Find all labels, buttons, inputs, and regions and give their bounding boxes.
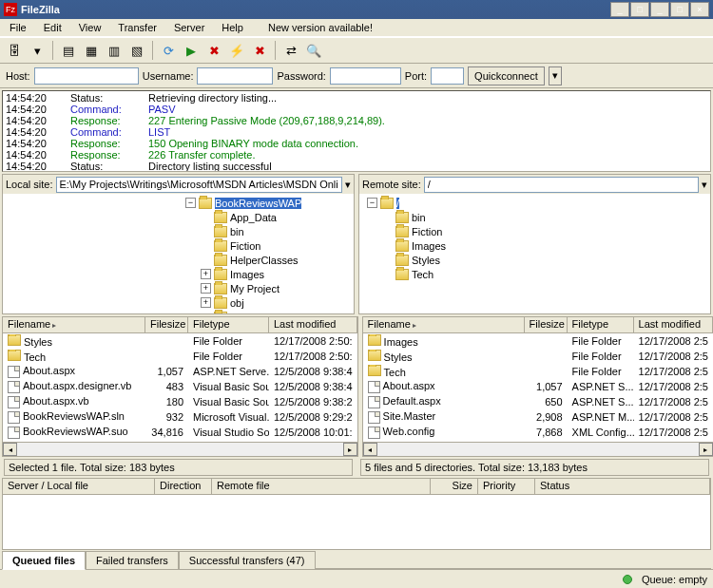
- menu-bar: File Edit View Transfer Server Help New …: [0, 19, 713, 37]
- col-filetype[interactable]: Filetype: [188, 317, 269, 332]
- tab-successful[interactable]: Successful transfers (47): [179, 551, 316, 570]
- refresh-icon[interactable]: ⟳: [158, 40, 179, 61]
- reconnect-icon[interactable]: ✖: [249, 40, 270, 61]
- password-input[interactable]: [330, 67, 401, 85]
- col-lastmod[interactable]: Last modified: [269, 317, 357, 332]
- folder-icon: [199, 198, 212, 209]
- filter-icon[interactable]: ⇄: [280, 40, 301, 61]
- maximize-button[interactable]: □: [670, 2, 689, 17]
- file-row[interactable]: About.aspx.designer.vb483Visual Basic So…: [3, 379, 357, 394]
- file-row[interactable]: Default.aspx650ASP.NET S...12/17/2008 2:…: [363, 394, 713, 409]
- toggle-log-icon[interactable]: ▤: [58, 40, 79, 61]
- tree-node[interactable]: Fiction: [5, 238, 352, 253]
- tree-node[interactable]: +Images: [5, 267, 352, 281]
- col-filetype[interactable]: Filetype: [568, 317, 634, 332]
- qcol-priority[interactable]: Priority: [478, 479, 535, 494]
- file-row[interactable]: TechFile Folder12/17/2008 2:50:: [3, 349, 357, 364]
- tree-node[interactable]: Styles: [5, 310, 352, 313]
- file-row[interactable]: StylesFile Folder12/17/2008 2:5: [363, 349, 713, 364]
- menu-file[interactable]: File: [4, 20, 32, 35]
- toggle-tree-icon[interactable]: ▦: [81, 40, 102, 61]
- toggle-transfer-icon[interactable]: ▧: [126, 40, 147, 61]
- file-row[interactable]: About.aspx.vb180Visual Basic Sou...12/5/…: [3, 394, 357, 409]
- local-file-list[interactable]: Filename Filesize Filetype Last modified…: [2, 316, 358, 457]
- qcol-direction[interactable]: Direction: [155, 479, 212, 494]
- process-icon[interactable]: ▶: [181, 40, 202, 61]
- local-hscroll[interactable]: ◂▸: [3, 442, 357, 456]
- tree-node[interactable]: App_Data: [5, 210, 352, 224]
- remote-file-header[interactable]: Filename Filesize Filetype Last modified: [363, 317, 713, 333]
- sitemanager-icon[interactable]: 🗄: [4, 40, 25, 61]
- file-row[interactable]: ImagesFile Folder12/17/2008 2:5: [363, 333, 713, 349]
- host-input[interactable]: [34, 67, 139, 85]
- col-filesize[interactable]: Filesize: [525, 317, 568, 332]
- tree-node[interactable]: +My Project: [5, 281, 352, 295]
- remote-path-dropdown[interactable]: ▾: [702, 179, 707, 191]
- file-icon: [8, 396, 20, 408]
- file-icon: [368, 381, 380, 393]
- file-row[interactable]: BookReviewsWAP.suo34,816Visual Studio So…: [3, 425, 357, 440]
- local-path-dropdown[interactable]: ▾: [345, 179, 351, 191]
- remote-path-input[interactable]: [424, 177, 699, 193]
- local-file-header[interactable]: Filename Filesize Filetype Last modified: [3, 317, 357, 333]
- log-row: 14:54:20Command:LIST: [6, 126, 707, 138]
- tree-node[interactable]: Styles: [361, 253, 708, 267]
- qcol-size[interactable]: Size: [431, 479, 478, 494]
- file-row[interactable]: Site.Master2,908ASP.NET M...12/17/2008 2…: [363, 409, 713, 425]
- file-icon: [8, 411, 20, 424]
- quickconnect-dropdown[interactable]: ▾: [549, 66, 562, 85]
- tree-node[interactable]: −BookReviewsWAP: [5, 196, 352, 210]
- file-row[interactable]: Web.config7,868XML Config...12/17/2008 2…: [363, 425, 713, 440]
- compare-icon[interactable]: 🔍: [303, 40, 324, 61]
- menu-server[interactable]: Server: [168, 20, 210, 35]
- remote-status: 5 files and 5 directories. Total size: 1…: [360, 459, 709, 476]
- restore-button[interactable]: □: [630, 2, 649, 17]
- file-row[interactable]: BookReviewsWAP.sln932Microsoft Visual...…: [3, 409, 357, 425]
- menu-edit[interactable]: Edit: [38, 20, 67, 35]
- port-input[interactable]: [431, 67, 464, 85]
- qcol-remote[interactable]: Remote file: [212, 479, 431, 494]
- dropdown-icon[interactable]: ▾: [27, 40, 48, 61]
- username-input[interactable]: [197, 67, 273, 85]
- file-row[interactable]: StylesFile Folder12/17/2008 2:50:: [3, 333, 357, 349]
- col-filesize[interactable]: Filesize: [145, 317, 188, 332]
- file-row[interactable]: About.aspx1,057ASP.NET S...12/17/2008 2:…: [363, 379, 713, 394]
- menu-view[interactable]: View: [73, 20, 107, 35]
- file-row[interactable]: TechFile Folder12/17/2008 2:5: [363, 364, 713, 379]
- qcol-status[interactable]: Status: [535, 479, 710, 494]
- message-log[interactable]: 14:54:20Status:Retrieving directory list…: [2, 90, 711, 172]
- tree-node[interactable]: bin: [5, 224, 352, 238]
- queue-header[interactable]: Server / Local file Direction Remote fil…: [2, 478, 711, 495]
- minimize2-button[interactable]: _: [650, 2, 669, 17]
- menu-help[interactable]: Help: [216, 20, 249, 35]
- remote-file-list[interactable]: Filename Filesize Filetype Last modified…: [362, 316, 713, 457]
- disconnect-icon[interactable]: ⚡: [226, 40, 247, 61]
- remote-tree[interactable]: −/binFictionImagesStylesTech: [359, 194, 710, 313]
- local-path-input[interactable]: [56, 177, 342, 193]
- local-tree[interactable]: −BookReviewsWAPApp_DatabinFictionHelperC…: [3, 194, 354, 313]
- file-row[interactable]: About.aspx1,057ASP.NET Serve...12/5/2008…: [3, 364, 357, 379]
- col-lastmod[interactable]: Last modified: [634, 317, 713, 332]
- folder-icon: [214, 283, 227, 294]
- tree-node[interactable]: Tech: [361, 267, 708, 281]
- cancel-icon[interactable]: ✖: [203, 40, 224, 61]
- col-filename[interactable]: Filename: [363, 317, 525, 332]
- quickconnect-button[interactable]: Quickconnect: [468, 66, 545, 85]
- tree-node[interactable]: HelperClasses: [5, 253, 352, 267]
- menu-new-version[interactable]: New version available!: [262, 20, 378, 35]
- close-button[interactable]: ×: [690, 2, 709, 17]
- remote-hscroll[interactable]: ◂▸: [363, 442, 713, 456]
- tree-node[interactable]: Fiction: [361, 224, 708, 238]
- qcol-server[interactable]: Server / Local file: [3, 479, 155, 494]
- tree-node[interactable]: +obj: [5, 295, 352, 310]
- tab-failed[interactable]: Failed transfers: [86, 551, 179, 570]
- tree-node[interactable]: Images: [361, 238, 708, 253]
- queue-body[interactable]: [2, 495, 711, 550]
- tree-node[interactable]: −/: [361, 196, 708, 210]
- toggle-queue-icon[interactable]: ▥: [104, 40, 125, 61]
- minimize-button[interactable]: _: [610, 2, 629, 17]
- tree-node[interactable]: bin: [361, 210, 708, 224]
- col-filename[interactable]: Filename: [3, 317, 145, 332]
- menu-transfer[interactable]: Transfer: [112, 20, 163, 35]
- tab-queued[interactable]: Queued files: [2, 551, 86, 570]
